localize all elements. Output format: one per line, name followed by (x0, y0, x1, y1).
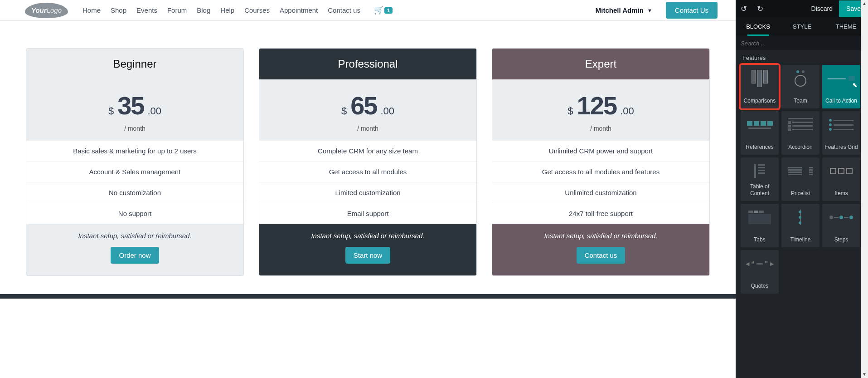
block-label: Table of Content (741, 183, 779, 196)
plan-note: Instant setup, satisfied or reimbursed. (264, 232, 472, 240)
currency: $ (567, 105, 573, 117)
nav-links: HomeShopEventsForumBlogHelpCoursesAppoin… (82, 6, 360, 14)
block-thumb-icon (785, 116, 816, 134)
block-item-comparisons[interactable]: Comparisons (741, 65, 779, 108)
scroll-down-icon[interactable]: ▼ (862, 371, 867, 378)
currency: $ (108, 105, 114, 117)
nav-link-blog[interactable]: Blog (197, 6, 210, 14)
plan-footer: Instant setup, satisfied or reimbursed. … (26, 224, 243, 275)
feature-row: Limited customization (259, 182, 476, 203)
block-thumb-icon: ◀❝❞▶ (744, 255, 775, 273)
feature-row: Unlimited customization (492, 182, 709, 203)
price-box: $ 125 .00 / month (492, 79, 709, 140)
block-item-accordion[interactable]: Accordion (781, 111, 820, 155)
block-thumb-icon (826, 162, 857, 180)
block-label: References (744, 144, 775, 150)
nav-link-forum[interactable]: Forum (167, 6, 187, 14)
nav-link-shop[interactable]: Shop (111, 6, 126, 14)
page-content: Beginner $ 35 .00 / month Basic sales & … (0, 21, 736, 378)
block-grid: ComparisonsTeamCall to Action⬉References… (741, 65, 865, 294)
site-logo[interactable]: YourLogo (25, 3, 68, 18)
block-item-references[interactable]: References (741, 111, 779, 155)
feature-row: Account & Sales management (26, 161, 243, 182)
block-label: Features Grid (823, 144, 859, 150)
scroll-up-icon[interactable]: ▲ (862, 0, 867, 7)
block-label: Comparisons (742, 98, 778, 104)
price-period: / month (26, 125, 243, 132)
nav-link-courses[interactable]: Courses (244, 6, 270, 14)
plan-header: Beginner (26, 49, 243, 79)
features-list: Unlimited CRM power and supportGet acces… (492, 140, 709, 224)
logo-text-prefix: Your (31, 6, 47, 14)
plan-cta-button[interactable]: Order now (111, 247, 159, 264)
topbar-right: Mitchell Admin ▼ Contact Us (596, 2, 718, 19)
plan-footer: Instant setup, satisfied or reimbursed. … (259, 224, 476, 275)
sidebar-tab-blocks[interactable]: BLOCKS (736, 17, 780, 36)
pricing-plans: Beginner $ 35 .00 / month Basic sales & … (26, 48, 710, 276)
block-label: Accordion (786, 144, 814, 150)
nav-link-appointment[interactable]: Appointment (280, 6, 318, 14)
block-thumb-icon (744, 208, 775, 226)
block-item-call-to-action[interactable]: Call to Action⬉ (822, 65, 860, 108)
price-box: $ 65 .00 / month (259, 79, 476, 140)
sidebar-search (736, 36, 868, 50)
features-list: Complete CRM for any size teamGet access… (259, 140, 476, 224)
block-item-table-of-content[interactable]: Table of Content (741, 157, 779, 201)
nav-link-events[interactable]: Events (136, 6, 157, 14)
search-input[interactable] (741, 40, 863, 47)
plan-note: Instant setup, satisfied or reimbursed. (31, 232, 239, 240)
feature-row: Unlimited CRM power and support (492, 140, 709, 161)
price-cents: .00 (147, 105, 161, 117)
price-amount: 125 (577, 91, 616, 120)
cart-button[interactable]: 🛒 1 (374, 5, 393, 15)
block-thumb-icon (785, 208, 816, 226)
block-label: Tabs (752, 236, 767, 243)
block-label: Timeline (789, 236, 813, 243)
block-label: Items (833, 190, 849, 196)
block-thumb-icon (826, 208, 857, 226)
plan-cta-button[interactable]: Start now (345, 247, 390, 264)
nav-link-home[interactable]: Home (82, 6, 101, 14)
contact-us-button[interactable]: Contact Us (666, 2, 718, 19)
main-content: YourLogo HomeShopEventsForumBlogHelpCour… (0, 0, 736, 378)
block-label: Pricelist (789, 190, 812, 196)
price-cents: .00 (380, 105, 394, 117)
footer-strip (0, 294, 736, 299)
feature-row: Basic sales & marketing for up to 2 user… (26, 140, 243, 161)
nav-link-contact-us[interactable]: Contact us (328, 6, 360, 14)
block-thumb-icon (826, 69, 857, 88)
feature-row: Complete CRM for any size team (259, 140, 476, 161)
block-label: Call to Action (824, 98, 859, 104)
price-period: / month (259, 125, 476, 132)
features-list: Basic sales & marketing for up to 2 user… (26, 140, 243, 224)
sidebar-tab-style[interactable]: STYLE (780, 17, 824, 36)
nav-link-help[interactable]: Help (220, 6, 234, 14)
plan-footer: Instant setup, satisfied or reimbursed. … (492, 224, 709, 275)
sidebar-scrollbar[interactable]: ▲ ▼ (861, 0, 868, 378)
discard-button[interactable]: Discard (805, 0, 839, 17)
plan-professional: Professional $ 65 .00 / month Complete C… (259, 48, 477, 276)
plan-header: Expert (492, 49, 709, 79)
block-item-items[interactable]: Items (822, 157, 860, 201)
feature-row: 24x7 toll-free support (492, 203, 709, 224)
block-item-tabs[interactable]: Tabs (741, 204, 779, 247)
block-item-timeline[interactable]: Timeline (781, 204, 820, 247)
block-item-steps[interactable]: Steps (822, 204, 860, 247)
user-menu[interactable]: Mitchell Admin ▼ (596, 6, 652, 14)
section-title-features: Features (741, 54, 865, 65)
chevron-down-icon: ▼ (647, 8, 652, 13)
cart-count-badge: 1 (384, 7, 393, 14)
redo-icon[interactable]: ↻ (757, 4, 763, 14)
block-thumb-icon (785, 69, 816, 88)
block-item-pricelist[interactable]: Pricelist (781, 157, 820, 201)
block-item-team[interactable]: Team (781, 65, 820, 108)
sidebar-body: Features ComparisonsTeamCall to Action⬉R… (736, 50, 868, 378)
block-label: Steps (833, 236, 850, 243)
plan-beginner: Beginner $ 35 .00 / month Basic sales & … (26, 48, 244, 276)
price-period: / month (492, 125, 709, 132)
plan-cta-button[interactable]: Contact us (577, 247, 626, 264)
block-thumb-icon (826, 116, 857, 134)
block-item-features-grid[interactable]: Features Grid (822, 111, 860, 155)
undo-icon[interactable]: ↺ (741, 4, 747, 14)
block-item-quotes[interactable]: ◀❝❞▶Quotes (741, 250, 779, 294)
